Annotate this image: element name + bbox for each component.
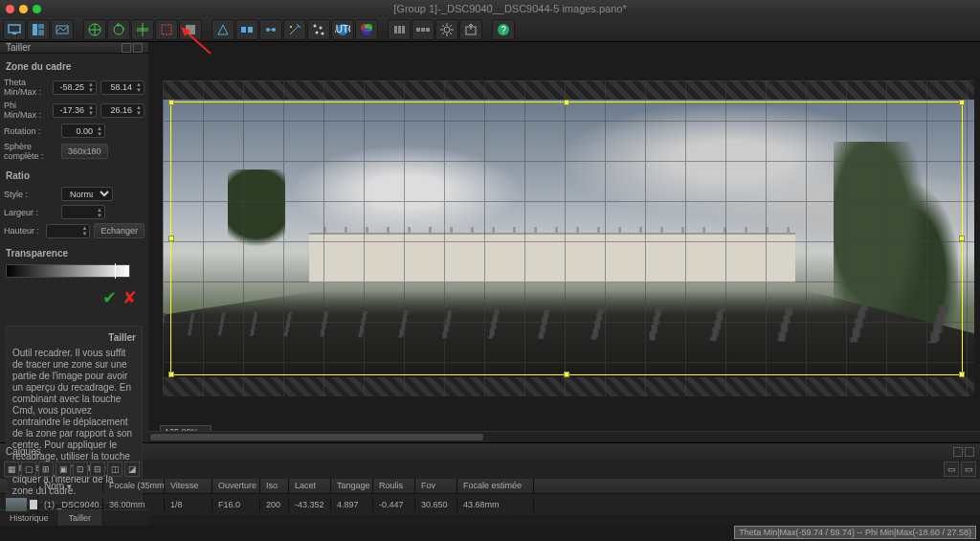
col-iso[interactable]: Iso [260, 479, 289, 493]
layer-visible-checkbox[interactable] [30, 500, 38, 509]
help-icon[interactable]: ? [492, 19, 515, 40]
style-select[interactable]: Normal [61, 187, 113, 201]
svg-rect-0 [9, 25, 20, 33]
col-speed[interactable]: Vitesse [165, 479, 212, 493]
swap-button[interactable]: Echanger [94, 223, 145, 238]
view-scrollbar[interactable] [148, 431, 980, 442]
filter2-icon[interactable] [412, 19, 434, 40]
svg-point-33 [444, 27, 450, 33]
screen-tool-icon[interactable] [3, 19, 26, 40]
layer-link-icon[interactable]: ⊟ [90, 462, 105, 477]
grid-overlay [163, 80, 974, 396]
col-pitch[interactable]: Tangage [331, 479, 373, 493]
cancel-icon[interactable]: ✘ [122, 287, 137, 308]
crop-tool-icon[interactable] [179, 19, 202, 40]
export-icon[interactable] [459, 19, 482, 40]
col-yaw[interactable]: Lacet [289, 479, 331, 493]
panel-title: Tailler [6, 42, 31, 53]
canvas[interactable] [163, 80, 974, 396]
svg-point-18 [314, 24, 317, 27]
move-tool-icon[interactable] [83, 19, 106, 40]
layers-title: Calques [6, 446, 41, 457]
svg-rect-3 [38, 24, 44, 29]
settings-icon[interactable] [435, 19, 458, 40]
help-title: Tailler [12, 332, 136, 344]
svg-point-21 [322, 32, 324, 34]
sphere-button[interactable]: 360x180 [61, 144, 108, 159]
col-aperture[interactable]: Ouverture [212, 479, 260, 493]
col-estfocal[interactable]: Focale estimée [457, 479, 534, 493]
style-label: Style : [4, 190, 57, 199]
cell-pitch: 4.897 [331, 498, 373, 511]
svg-point-17 [290, 26, 292, 28]
points-icon[interactable] [235, 19, 258, 40]
layer-effect-icon[interactable]: ◫ [107, 462, 122, 477]
color-icon[interactable] [355, 19, 378, 40]
layer-thumbnail [6, 498, 27, 511]
layer-opt1-icon[interactable]: ▭ [944, 462, 959, 477]
layer-folder-icon[interactable]: ⊞ [38, 462, 54, 477]
ratio-section-label: Ratio [6, 170, 145, 181]
minimize-window-icon[interactable] [19, 5, 28, 13]
layers-close-icon[interactable] [953, 447, 963, 457]
zoom-window-icon[interactable] [33, 5, 41, 13]
auto-icon[interactable]: AUTO [331, 19, 354, 40]
svg-rect-13 [248, 27, 253, 33]
svg-point-20 [316, 31, 319, 34]
phi-min-input[interactable]: ▲▼ [53, 103, 97, 118]
rotate-tool-icon[interactable] [107, 19, 130, 40]
svg-rect-28 [398, 26, 401, 34]
transform-icon[interactable] [212, 19, 234, 40]
cell-aperture: F16.0 [212, 498, 260, 511]
col-name[interactable]: Nom ▾ [38, 479, 103, 493]
layer-mask-icon[interactable]: ◪ [124, 462, 140, 477]
svg-rect-1 [12, 33, 16, 34]
window-titlebar: [Group 1]-_DSC9040__DSC9044-5 images.pan… [0, 0, 980, 17]
col-fov[interactable]: Fov [415, 479, 457, 493]
height-label: Hauteur : [4, 226, 42, 236]
tab-crop[interactable]: Tailler [59, 510, 102, 526]
panel-close-icon[interactable] [122, 43, 131, 53]
cell-estfocal: 43.68mm [457, 498, 534, 511]
links-icon[interactable] [259, 19, 282, 40]
transparency-slider[interactable] [6, 264, 130, 278]
svg-point-26 [363, 28, 370, 35]
viewport[interactable]: 135.08% [148, 42, 980, 442]
main-toolbar: AUTO ? [0, 17, 980, 42]
layer-remove-icon[interactable]: ▢ [21, 462, 36, 477]
panel-undock-icon[interactable] [133, 43, 143, 53]
layout-tool-icon[interactable] [27, 19, 50, 40]
width-input[interactable]: ▲▼ [61, 205, 105, 219]
align-tool-icon[interactable] [131, 19, 154, 40]
height-input[interactable]: ▲▼ [46, 224, 90, 238]
status-bar: Theta Min|Max(-59.74 / 59.74) -- Phi Min… [734, 526, 976, 539]
svg-rect-30 [416, 28, 420, 32]
side-panel: Tailler Zone du cadre Theta Min/Max : ▲▼… [0, 42, 148, 442]
phi-max-input[interactable]: ▲▼ [100, 103, 145, 118]
table-header: Nom ▾ Focale (35mm) Vitesse Ouverture Is… [0, 479, 980, 494]
cell-focal: 36.00mm [103, 498, 165, 511]
svg-point-15 [272, 28, 276, 32]
preview-tool-icon[interactable] [51, 19, 74, 40]
rotation-input[interactable]: ▲▼ [61, 124, 105, 138]
cell-iso: 200 [260, 498, 289, 511]
layer-group-icon[interactable]: ⊡ [73, 462, 88, 477]
filter1-icon[interactable] [388, 19, 411, 40]
layers-undock-icon[interactable] [965, 447, 974, 457]
theta-min-input[interactable]: ▲▼ [53, 80, 97, 95]
layer-add-icon[interactable]: ▦ [4, 462, 19, 477]
transparency-section-label: Transparence [6, 248, 145, 259]
select-tool-icon[interactable] [155, 19, 178, 40]
width-label: Largeur : [4, 208, 57, 217]
svg-rect-32 [426, 28, 430, 32]
layer-opt2-icon[interactable]: ▭ [961, 462, 976, 477]
close-window-icon[interactable] [6, 5, 14, 13]
col-focal[interactable]: Focale (35mm) [103, 479, 165, 493]
layer-paste-icon[interactable]: ▣ [56, 462, 71, 477]
svg-point-14 [266, 28, 270, 32]
col-roll[interactable]: Roulis [373, 479, 415, 493]
magic-icon[interactable] [283, 19, 306, 40]
apply-icon[interactable]: ✔ [102, 287, 117, 308]
theta-max-input[interactable]: ▲▼ [100, 80, 145, 95]
scatter-icon[interactable] [307, 19, 330, 40]
